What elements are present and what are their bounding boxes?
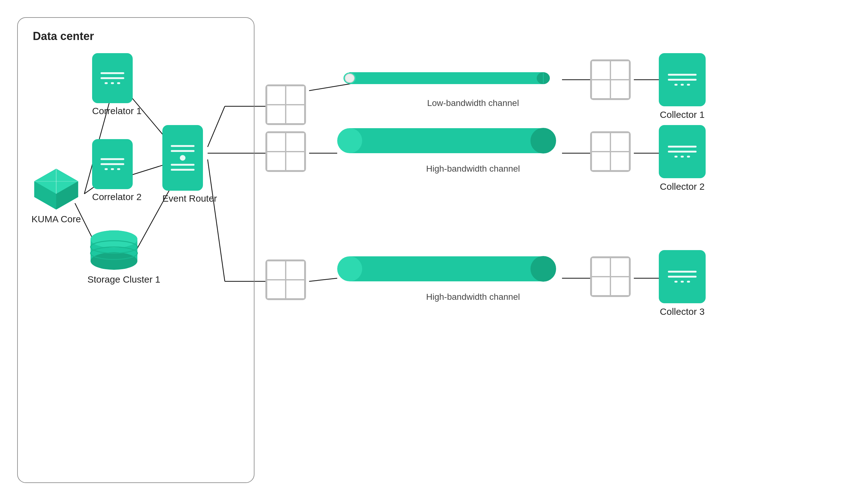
grid-right-middle bbox=[590, 131, 631, 172]
event-router: Event Router bbox=[162, 125, 217, 204]
svg-point-37 bbox=[345, 74, 354, 82]
svg-point-28 bbox=[91, 252, 137, 270]
collector-1: Collector 1 bbox=[659, 53, 706, 120]
grid-right-top bbox=[590, 59, 631, 100]
diagram: Data center KUMA Core C bbox=[0, 0, 868, 503]
svg-point-44 bbox=[337, 256, 362, 281]
event-router-label: Event Router bbox=[162, 193, 217, 204]
channel-1-label: Low-bandwidth channel bbox=[390, 98, 556, 108]
grid-left-middle bbox=[266, 131, 306, 172]
collector-1-label: Collector 1 bbox=[660, 109, 704, 120]
channel-2: High-bandwidth channel bbox=[337, 122, 562, 174]
channel-2-icon bbox=[337, 122, 562, 159]
svg-rect-38 bbox=[350, 128, 543, 153]
correlator-1: Correlator 1 bbox=[92, 53, 142, 116]
correlator-2-label: Correlator 2 bbox=[92, 192, 142, 202]
svg-point-29 bbox=[91, 230, 137, 248]
grid-right-bottom bbox=[590, 256, 631, 297]
channel-2-label: High-bandwidth channel bbox=[384, 164, 562, 174]
kuma-core-label: KUMA Core bbox=[31, 214, 81, 224]
kuma-core-icon bbox=[31, 166, 81, 210]
correlator-2: Correlator 2 bbox=[92, 139, 142, 202]
svg-line-17 bbox=[309, 278, 337, 281]
kuma-core: KUMA Core bbox=[31, 166, 81, 224]
storage-cluster-icon bbox=[87, 230, 141, 270]
grid-left-top bbox=[266, 84, 306, 125]
grid-left-bottom bbox=[266, 260, 306, 300]
channel-1-icon bbox=[343, 62, 556, 94]
channel-3-icon bbox=[337, 250, 562, 288]
channel-3: High-bandwidth channel bbox=[337, 250, 562, 302]
channel-3-label: High-bandwidth channel bbox=[384, 292, 562, 302]
correlator-1-label: Correlator 1 bbox=[92, 105, 142, 116]
collector-2-label: Collector 2 bbox=[660, 181, 704, 192]
collector-3: Collector 3 bbox=[659, 250, 706, 317]
storage-cluster-label: Storage Cluster 1 bbox=[87, 274, 160, 285]
storage-cluster: Storage Cluster 1 bbox=[87, 230, 160, 285]
collector-3-label: Collector 3 bbox=[660, 306, 704, 317]
svg-rect-32 bbox=[350, 72, 543, 84]
svg-point-40 bbox=[337, 128, 362, 153]
collector-2: Collector 2 bbox=[659, 125, 706, 192]
channel-1: Low-bandwidth channel bbox=[343, 62, 556, 108]
datacenter-label: Data center bbox=[33, 30, 94, 43]
svg-rect-42 bbox=[350, 256, 543, 281]
